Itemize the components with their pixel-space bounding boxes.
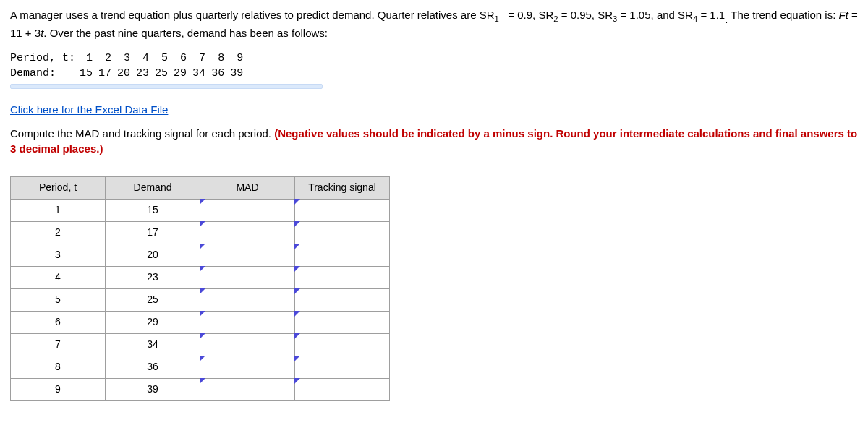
demand-cell: 17 <box>98 66 117 81</box>
cell-period: 9 <box>11 378 106 400</box>
table-row: 4 23 <box>11 266 390 288</box>
sr4-sub: 4 <box>693 14 697 23</box>
period-cell: 7 <box>192 51 211 66</box>
cell-period: 5 <box>11 288 106 311</box>
period-cell: 1 <box>80 51 98 66</box>
input-tracking-signal[interactable] <box>295 311 390 333</box>
cell-demand: 25 <box>106 288 200 311</box>
input-mad[interactable] <box>200 311 295 333</box>
input-tracking-signal[interactable] <box>295 266 390 288</box>
cell-period: 1 <box>11 199 106 221</box>
demand-cell: 20 <box>117 66 136 81</box>
cell-period: 4 <box>11 266 106 288</box>
table-header-row: Period, t Demand MAD Tracking signal <box>11 176 390 199</box>
excel-data-file-link[interactable]: Click here for the Excel Data File <box>10 102 168 117</box>
answer-table: Period, t Demand MAD Tracking signal 1 1… <box>10 176 390 401</box>
demand-cell: 25 <box>155 66 174 81</box>
given-data-table: Period, t: 1 2 3 4 5 6 7 8 9 Demand: 15 … <box>10 51 249 81</box>
cell-demand: 15 <box>106 199 200 221</box>
text: The trend equation is: <box>731 9 838 21</box>
cell-demand: 17 <box>106 221 200 244</box>
period-cell: 6 <box>174 51 192 66</box>
period-cell: 3 <box>117 51 136 66</box>
input-tracking-signal[interactable] <box>295 288 390 311</box>
instruction-text: Compute the MAD and tracking signal for … <box>10 126 858 156</box>
cell-period: 3 <box>11 244 106 266</box>
cell-period: 8 <box>11 356 106 378</box>
row-label-demand: Demand: <box>10 66 80 81</box>
data-table-scrollbar[interactable] <box>10 84 323 89</box>
text: = 1.05, and SR <box>620 9 693 21</box>
instruction-part1: Compute the MAD and tracking signal for … <box>10 127 274 140</box>
cell-period: 6 <box>11 311 106 333</box>
cell-demand: 39 <box>106 378 200 400</box>
input-mad[interactable] <box>200 288 295 311</box>
demand-cell: 15 <box>80 66 98 81</box>
table-row: 6 29 <box>11 311 390 333</box>
period-cell: 2 <box>98 51 117 66</box>
table-row: 3 20 <box>11 244 390 266</box>
input-tracking-signal[interactable] <box>295 378 390 400</box>
row-label-period: Period, t: <box>10 51 80 66</box>
cell-demand: 29 <box>106 311 200 333</box>
input-mad[interactable] <box>200 266 295 288</box>
header-mad: MAD <box>200 176 295 199</box>
demand-cell: 34 <box>192 66 211 81</box>
demand-cell: 39 <box>230 66 249 81</box>
text: = 1.1 <box>700 9 725 21</box>
cell-demand: 36 <box>106 356 200 378</box>
table-row: 9 39 <box>11 378 390 400</box>
input-mad[interactable] <box>200 378 295 400</box>
table-row: 7 34 <box>11 333 390 356</box>
text: = 0.9, SR <box>505 9 553 21</box>
text: A manager uses a trend equation plus qua… <box>10 9 495 21</box>
period-cell: 9 <box>230 51 249 66</box>
input-tracking-signal[interactable] <box>295 356 390 378</box>
sr2-sub: 2 <box>553 14 558 23</box>
input-mad[interactable] <box>200 356 295 378</box>
cell-period: 2 <box>11 221 106 244</box>
table-row: 5 25 <box>11 288 390 311</box>
table-row: 1 15 <box>11 199 390 221</box>
header-period: Period, t <box>11 176 106 199</box>
input-tracking-signal[interactable] <box>295 221 390 244</box>
input-mad[interactable] <box>200 221 295 244</box>
cell-period: 7 <box>11 333 106 356</box>
input-tracking-signal[interactable] <box>295 333 390 356</box>
header-demand: Demand <box>106 176 200 199</box>
sr1-sub: 1 <box>495 14 499 23</box>
demand-cell: 36 <box>211 66 230 81</box>
period-cell: 5 <box>155 51 174 66</box>
table-row: 2 17 <box>11 221 390 244</box>
input-tracking-signal[interactable] <box>295 244 390 266</box>
cell-demand: 23 <box>106 266 200 288</box>
trend-lhs: Ft <box>839 9 848 21</box>
input-mad[interactable] <box>200 333 295 356</box>
input-mad[interactable] <box>200 244 295 266</box>
header-tracking-signal: Tracking signal <box>295 176 390 199</box>
input-mad[interactable] <box>200 199 295 221</box>
cell-demand: 20 <box>106 244 200 266</box>
input-tracking-signal[interactable] <box>295 199 390 221</box>
demand-cell: 23 <box>136 66 155 81</box>
problem-statement: A manager uses a trend equation plus qua… <box>10 7 858 40</box>
period-cell: 8 <box>211 51 230 66</box>
text: = 0.95, SR <box>561 9 613 21</box>
demand-cell: 29 <box>174 66 192 81</box>
period-cell: 4 <box>136 51 155 66</box>
cell-demand: 34 <box>106 333 200 356</box>
sr3-sub: 3 <box>613 14 617 23</box>
text: . Over the past nine quarters, demand ha… <box>43 27 328 39</box>
table-row: 8 36 <box>11 356 390 378</box>
